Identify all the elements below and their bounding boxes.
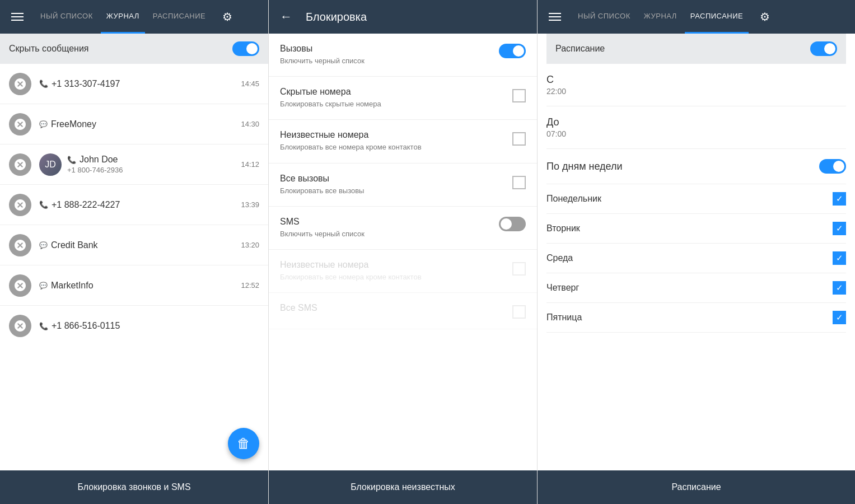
block-sections: Вызовы Включить черный список Скрытые но… (269, 34, 537, 470)
schedule-from-label: С (546, 74, 566, 86)
item-name: 💬 MarketInfo (39, 281, 241, 291)
list-item[interactable]: 💬 Credit Bank 13:20 (0, 225, 268, 265)
phone-icon: 📞 (39, 200, 48, 209)
nav-tabs: НЫЙ СПИСОК ЖУРНАЛ РАСПИСАНИЕ (572, 0, 749, 34)
phone-icon: 📞 (67, 156, 76, 164)
day-check[interactable]: ✓ (833, 222, 846, 235)
hidden-numbers-row: Скрытые номера Блокировать скрытые номер… (269, 77, 537, 120)
list-item[interactable]: 💬 FreeMoney 14:30 (0, 104, 268, 144)
unknown-subtitle: Блокировать все номера кроме контактов (280, 142, 448, 152)
gear-icon[interactable]: ⚙ (218, 6, 237, 28)
list-item[interactable]: 📞 +1 866-516-0115 (0, 306, 268, 346)
sms-icon: 💬 (39, 241, 48, 249)
sms-toggle[interactable] (499, 217, 526, 231)
hidden-title: Скрытые номера (280, 87, 512, 97)
all-calls-row: Все вызовы Блокировать все вызовы (269, 164, 537, 207)
calls-toggle[interactable] (499, 44, 526, 58)
list-item[interactable]: JD 📞 John Doe +1 800-746-2936 14:12 (0, 144, 268, 185)
hidden-subtitle: Блокировать скрытые номера (280, 99, 448, 109)
all-calls-checkbox[interactable] (512, 176, 526, 189)
sms-text: SMS Включить черный список (280, 217, 499, 239)
calls-subtitle: Включить черный список (280, 56, 448, 66)
block-icon (9, 194, 31, 216)
list-item[interactable]: 💬 MarketInfo 12:52 (0, 265, 268, 306)
schedule-toggle-row: Расписание (546, 34, 846, 64)
day-friday[interactable]: Пятница ✓ (546, 303, 846, 333)
item-time: 14:30 (241, 120, 259, 128)
gear-icon[interactable]: ⚙ (755, 6, 774, 28)
back-button[interactable]: ← (275, 5, 297, 29)
schedule-to-label: До (546, 116, 566, 128)
day-tuesday[interactable]: Вторник ✓ (546, 214, 846, 244)
hidden-text: Скрытые номера Блокировать скрытые номер… (280, 87, 512, 109)
schedule-label: Расписание (555, 44, 605, 54)
tab-black-list[interactable]: НЫЙ СПИСОК (572, 0, 636, 34)
tab-schedule[interactable]: РАСПИСАНИЕ (685, 0, 749, 34)
panel-blocking: ← Блокировка Вызовы Включить черный спис… (269, 0, 538, 504)
day-thursday[interactable]: Четверг ✓ (546, 273, 846, 303)
hamburger-icon[interactable] (7, 8, 28, 25)
schedule-to-value: 07:00 (546, 129, 566, 138)
calls-text: Вызовы Включить черный список (280, 44, 499, 66)
all-sms-title: Все SMS (280, 303, 512, 313)
sms-icon: 💬 (39, 282, 48, 290)
day-monday[interactable]: Понедельник ✓ (546, 184, 846, 214)
day-check[interactable]: ✓ (833, 192, 846, 206)
day-label: Понедельник (546, 194, 601, 204)
sms-row: SMS Включить черный список (269, 207, 537, 250)
hide-messages-toggle[interactable] (232, 41, 259, 56)
hamburger-icon[interactable] (544, 8, 566, 25)
day-label: Пятница (546, 312, 582, 323)
schedule-to-row[interactable]: До 07:00 (546, 106, 846, 149)
day-label: Вторник (546, 223, 580, 234)
tab-black-list[interactable]: НЫЙ СПИСОК (35, 0, 99, 34)
item-name: 💬 FreeMoney (39, 119, 241, 129)
item-time: 13:39 (241, 200, 259, 209)
by-weekday-label: По дням недели (546, 161, 623, 172)
panel2-bottom-bar: Блокировка неизвестных (269, 470, 537, 504)
panel3-header: НЫЙ СПИСОК ЖУРНАЛ РАСПИСАНИЕ ⚙ (538, 0, 855, 34)
calls-title: Вызовы (280, 44, 499, 54)
all-calls-subtitle: Блокировать все вызовы (280, 186, 448, 196)
phone-icon: 📞 (39, 80, 48, 88)
hidden-checkbox[interactable] (512, 89, 526, 102)
item-content: 💬 FreeMoney (39, 119, 241, 129)
list-item[interactable]: 📞 +1 888-222-4227 13:39 (0, 185, 268, 225)
block-icon (9, 315, 31, 337)
block-icon (9, 113, 31, 136)
panel2-header: ← Блокировка (269, 0, 537, 34)
schedule-toggle[interactable] (810, 41, 837, 56)
list-item[interactable]: 📞 +1 313-307-4197 14:45 (0, 64, 268, 104)
item-content: 💬 MarketInfo (39, 281, 241, 291)
panel1-bottom-bar: Блокировка звонков и SMS (0, 470, 268, 504)
hide-messages-row: Скрыть сообщения (0, 34, 268, 64)
sms-unknown-checkbox (512, 262, 526, 276)
day-check[interactable]: ✓ (833, 251, 846, 265)
item-name: 💬 Credit Bank (39, 240, 241, 250)
all-sms-text: Все SMS (280, 303, 512, 315)
item-name: 📞 +1 866-516-0115 (39, 321, 259, 331)
day-check[interactable]: ✓ (833, 281, 846, 295)
calls-row: Вызовы Включить черный список (269, 34, 537, 77)
day-label: Четверг (546, 283, 579, 293)
panel2-title: Блокировка (306, 11, 530, 24)
tab-journal[interactable]: ЖУРНАЛ (101, 0, 145, 34)
schedule-from-row[interactable]: С 22:00 (546, 64, 846, 106)
delete-fab[interactable]: 🗑 (228, 428, 259, 459)
item-time: 12:52 (241, 281, 259, 290)
day-label: Среда (546, 253, 573, 263)
item-name: 📞 +1 313-307-4197 (39, 79, 241, 89)
tab-journal[interactable]: ЖУРНАЛ (638, 0, 683, 34)
sms-icon: 💬 (39, 120, 48, 128)
schedule-from-value: 22:00 (546, 87, 566, 96)
by-weekday-toggle[interactable] (819, 159, 846, 174)
all-sms-checkbox (512, 305, 526, 319)
tab-schedule[interactable]: РАСПИСАНИЕ (147, 0, 211, 34)
unknown-checkbox[interactable] (512, 132, 526, 146)
day-wednesday[interactable]: Среда ✓ (546, 244, 846, 273)
item-content: 📞 +1 313-307-4197 (39, 79, 241, 89)
item-name: 📞 John Doe (67, 155, 241, 165)
item-name: 📞 +1 888-222-4227 (39, 200, 241, 210)
day-check[interactable]: ✓ (833, 311, 846, 324)
item-time: 14:12 (241, 160, 259, 169)
